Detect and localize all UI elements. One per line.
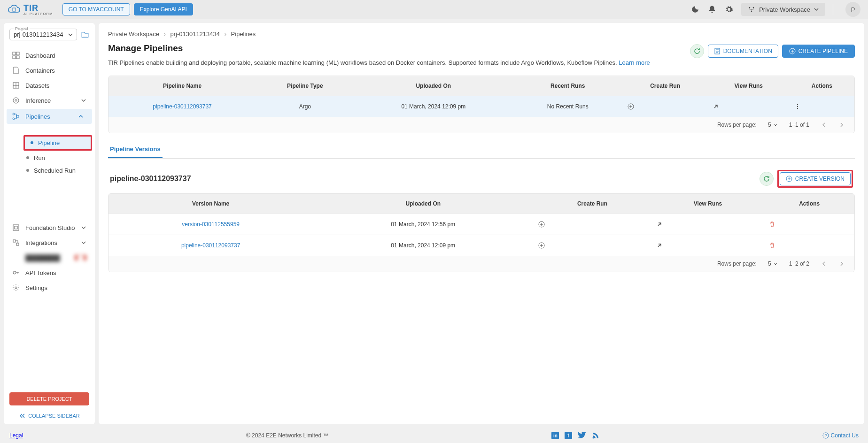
bullet-icon <box>31 141 33 144</box>
table-row[interactable]: pipeline-030112093737 Argo 01 March, 202… <box>108 96 854 117</box>
refresh-button[interactable] <box>690 44 704 58</box>
plus-circle-icon <box>786 176 792 182</box>
rows-per-page-select[interactable]: 5 <box>768 260 778 267</box>
rss-icon[interactable] <box>592 432 599 439</box>
collapse-icon <box>19 413 25 419</box>
workspace-dropdown[interactable]: Private Workspace <box>741 3 825 16</box>
delete-project-button[interactable]: DELETE PROJECT <box>9 392 89 405</box>
tab-versions[interactable]: Pipeline Versions <box>108 141 163 158</box>
pipeline-name-link[interactable]: pipeline-030112093737 <box>153 103 211 110</box>
view-runs-icon[interactable] <box>656 221 760 228</box>
delete-icon[interactable] <box>769 242 850 249</box>
table-header: Uploaded On <box>313 194 533 214</box>
sidebar-sub-scheduled-run[interactable]: Scheduled Run <box>21 164 95 177</box>
folder-icon[interactable] <box>81 31 89 39</box>
refresh-versions-button[interactable] <box>760 172 774 186</box>
prev-page-button[interactable] <box>821 260 827 267</box>
contact-us-link[interactable]: ? Contact Us <box>822 432 859 439</box>
documentation-button[interactable]: DOCUMENTATION <box>708 45 778 58</box>
sidebar-sub-run[interactable]: Run <box>21 152 95 164</box>
legal-link[interactable]: Legal <box>9 432 23 439</box>
range-label: 1–1 of 1 <box>789 122 809 128</box>
breadcrumb: Private Workspace › prj-013011213434 › P… <box>108 31 855 38</box>
linkedin-icon[interactable]: in <box>551 432 559 439</box>
avatar[interactable]: P <box>845 2 860 17</box>
table-row: pipeline-030112093737 01 March, 2024 12:… <box>108 235 854 256</box>
sidebar-item-settings[interactable]: Settings <box>4 280 95 295</box>
sidebar-item-label: API Tokens <box>25 269 56 276</box>
table-header: View Runs <box>708 76 790 96</box>
facebook-icon[interactable]: f <box>565 432 572 439</box>
svg-point-10 <box>15 99 17 101</box>
dark-mode-icon[interactable] <box>690 5 700 14</box>
view-runs-icon[interactable] <box>656 242 760 249</box>
svg-point-3 <box>751 11 752 12</box>
delete-icon[interactable] <box>769 221 850 228</box>
inference-icon <box>12 97 20 104</box>
version-name-link[interactable]: pipeline-030112093737 <box>181 242 240 249</box>
svg-point-2 <box>753 7 754 8</box>
grid-icon <box>12 82 20 89</box>
sidebar-sub-pipeline[interactable]: Pipeline <box>23 135 92 151</box>
prev-page-button[interactable] <box>821 122 827 128</box>
collapse-sidebar-link[interactable]: COLLAPSE SIDEBAR <box>19 413 79 419</box>
chevron-down-icon <box>773 122 778 127</box>
create-run-icon[interactable] <box>538 221 646 228</box>
svg-point-24 <box>797 106 798 107</box>
table-header: Pipeline Type <box>256 76 354 96</box>
breadcrumb-item[interactable]: Private Workspace <box>108 31 159 38</box>
svg-point-19 <box>15 287 17 289</box>
sidebar-item-label: Pipeline <box>38 139 60 146</box>
chevron-down-icon <box>814 7 819 12</box>
plus-circle-icon <box>789 48 796 54</box>
pipeline-uploaded: 01 March, 2024 12:09 pm <box>354 96 513 117</box>
view-runs-icon[interactable] <box>713 103 785 110</box>
next-page-button[interactable] <box>838 260 845 267</box>
sidebar-item-inference[interactable]: Inference <box>4 93 95 108</box>
table-header: Create Run <box>622 76 707 96</box>
project-select-label: Project <box>14 26 30 31</box>
sidebar-item-pipelines[interactable]: Pipelines <box>7 109 92 124</box>
project-select-value: prj-013011213434 <box>14 31 63 38</box>
bell-icon[interactable] <box>707 5 717 14</box>
versions-card: pipeline-030112093737 CREATE VERSION Ver… <box>108 164 855 272</box>
bullet-icon <box>26 169 29 172</box>
table-header: Uploaded On <box>354 76 513 96</box>
project-select[interactable]: Project prj-013011213434 <box>9 29 77 40</box>
sidebar-item-integrations[interactable]: Integrations <box>4 235 95 250</box>
create-version-button[interactable]: CREATE VERSION <box>780 172 851 185</box>
version-name-link[interactable]: version-030112555959 <box>182 221 240 228</box>
logo: TIR AI PLATFORM <box>8 4 53 15</box>
gear-icon[interactable] <box>724 5 734 14</box>
workspace-label: Private Workspace <box>759 6 810 13</box>
sidebar-item-label: Datasets <box>25 82 49 89</box>
create-run-icon[interactable] <box>627 103 703 110</box>
copyright: © 2024 E2E Networks Limited ™ <box>246 432 329 439</box>
breadcrumb-item[interactable]: prj-013011213434 <box>170 31 220 38</box>
svg-point-25 <box>797 108 798 109</box>
learn-more-link[interactable]: Learn more <box>619 59 650 66</box>
create-pipeline-button[interactable]: CREATE PIPELINE <box>782 45 855 58</box>
more-icon[interactable] <box>794 103 850 110</box>
sidebar-item-datasets[interactable]: Datasets <box>4 78 95 93</box>
sidebar-item-containers[interactable]: Containers <box>4 63 95 78</box>
sidebar-item-label: Dashboard <box>25 52 55 59</box>
next-page-button[interactable] <box>838 122 845 128</box>
pagination: Rows per page: 5 1–2 of 2 <box>108 256 854 272</box>
sidebar-item-label: Integrations <box>25 239 57 246</box>
gear-icon <box>12 284 20 291</box>
chevron-down-icon <box>68 32 73 37</box>
sidebar-item-api-tokens[interactable]: API Tokens <box>4 265 95 280</box>
explore-genai-button[interactable]: Explore GenAI API <box>134 3 193 15</box>
twitter-icon[interactable] <box>578 432 586 439</box>
rows-per-page-select[interactable]: 5 <box>768 122 778 128</box>
integrations-icon <box>12 239 20 246</box>
svg-text:f: f <box>567 433 569 438</box>
sidebar-item-dashboard[interactable]: Dashboard <box>4 48 95 63</box>
go-myaccount-button[interactable]: GO TO MYACCOUNT <box>62 3 130 15</box>
topbar: TIR AI PLATFORM GO TO MYACCOUNT Explore … <box>0 0 868 19</box>
svg-rect-17 <box>16 243 19 245</box>
create-run-icon[interactable] <box>538 242 646 249</box>
sidebar-item-foundation[interactable]: Foundation Studio <box>4 220 95 235</box>
svg-rect-14 <box>13 225 19 230</box>
